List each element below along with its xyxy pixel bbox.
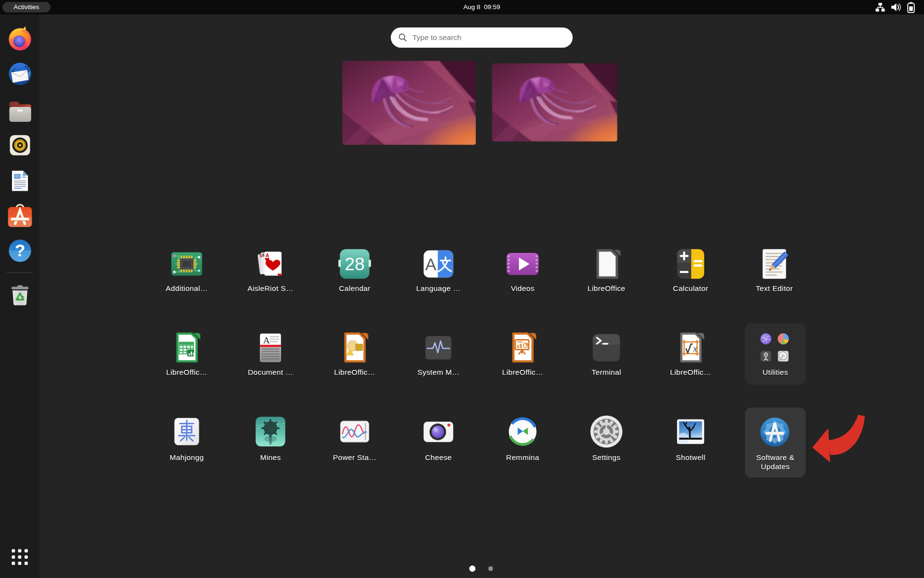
svg-text:A: A [263,335,270,345]
svg-text:A: A [425,255,436,274]
svg-text:A: A [266,253,270,258]
svg-text:28: 28 [345,254,364,274]
svg-text:x: x [693,344,697,354]
svg-text:?: ? [14,241,25,260]
svg-text:8: 8 [262,252,265,257]
